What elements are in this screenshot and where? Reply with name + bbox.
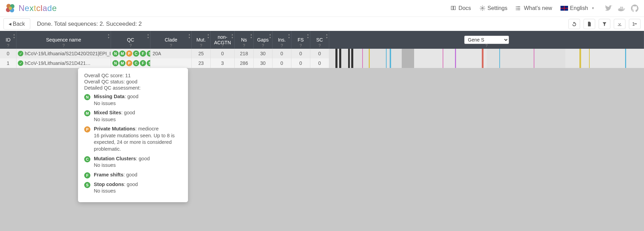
th-gaps[interactable]: Gaps?▴▾	[254, 31, 273, 49]
cell-nonacgtn: 0	[211, 49, 235, 58]
th-nonacgtn[interactable]: non-ACGTN?▴▾	[211, 31, 235, 49]
file-icon	[587, 21, 592, 27]
nav-whatsnew-label: What's new	[524, 5, 552, 11]
th-qc[interactable]: QC?▴▾	[111, 31, 151, 49]
status-text: Done. Total sequences: 2. Succeeded: 2	[37, 21, 568, 27]
cell-id: 1	[0, 58, 16, 68]
cell-ns: 218	[235, 49, 254, 58]
refresh-icon	[571, 21, 577, 27]
tree-button[interactable]	[629, 19, 641, 29]
th-ins[interactable]: Ins.?▴▾	[273, 31, 291, 49]
sort-icon: ▴▾	[108, 33, 109, 39]
th-name-label: Sequence name	[46, 37, 81, 43]
th-mut[interactable]: Mut.?▴▾	[192, 31, 211, 49]
sort-icon: ▴▾	[326, 33, 327, 39]
qc-badge-s[interactable]: S	[147, 60, 151, 66]
qc-badge-f[interactable]: F	[140, 60, 146, 66]
svg-point-4	[9, 7, 12, 10]
table-header: ID?▴▾ Sequence name?▴▾ QC?▴▾ Clade?▴▾ Mu…	[0, 31, 644, 49]
cell-sc: 0	[310, 58, 329, 68]
qc-badge-m[interactable]: M	[119, 60, 125, 66]
sort-icon: ▴▾	[307, 33, 309, 39]
cell-ns: 286	[235, 58, 254, 68]
th-ns-label: Ns	[241, 37, 247, 43]
cell-mut: 25	[192, 49, 211, 58]
svg-point-7	[516, 8, 517, 9]
brand-text: Nextclade	[19, 3, 57, 13]
cell-ins: 0	[273, 49, 291, 58]
chevron-left-icon: ◂	[9, 21, 11, 27]
seq-mark	[390, 58, 391, 68]
sort-icon: ▴▾	[208, 33, 209, 39]
cell-mut: 23	[192, 58, 211, 68]
nav-docs[interactable]: Docs	[450, 5, 471, 11]
cell-gaps: 30	[254, 49, 273, 58]
sort-icon: ▴▾	[13, 33, 15, 39]
back-button[interactable]: ◂ Back	[3, 18, 30, 30]
sort-icon: ▴▾	[189, 33, 190, 39]
seq-mark	[499, 58, 500, 68]
brand[interactable]: Nextclade	[5, 3, 57, 14]
table-row[interactable]: 1✓hCoV-19/Lithuania/S21D421…NMPCFS233286…	[0, 58, 644, 68]
nav-settings[interactable]: Settings	[479, 5, 508, 11]
toolbar	[568, 19, 641, 29]
qc-badge-m[interactable]: M	[119, 50, 125, 57]
qc-badge-n[interactable]: N	[112, 60, 119, 66]
th-mut-label: Mut.	[196, 37, 206, 43]
nav-language[interactable]: English ▼	[560, 5, 595, 11]
tree-icon	[632, 21, 637, 27]
qc-badge-c[interactable]: C	[133, 60, 139, 66]
gene-select[interactable]: Gene S	[464, 36, 509, 44]
nav-whatsnew[interactable]: What's new	[515, 5, 552, 11]
cell-viz	[329, 49, 644, 58]
qc-badge-s[interactable]: S	[147, 50, 151, 57]
logo-icon	[5, 3, 16, 14]
th-clade[interactable]: Clade?▴▾	[151, 31, 192, 49]
seq-mark	[362, 49, 363, 58]
sort-icon: ▴▾	[288, 33, 290, 39]
qc-badge-n[interactable]: N	[112, 50, 119, 57]
th-ns[interactable]: Ns?▴▾	[235, 31, 254, 49]
seq-mark	[499, 49, 500, 58]
nav-docs-label: Docs	[458, 5, 471, 11]
top-nav: Docs Settings What's new English ▼	[450, 4, 639, 13]
cell-id: 0	[0, 49, 16, 58]
seq-mark	[579, 58, 581, 68]
twitter-icon[interactable]	[604, 4, 613, 13]
seq-mark	[534, 49, 534, 58]
docker-icon[interactable]	[617, 4, 626, 13]
table-row[interactable]: 0✓hCoV-19/Lithuania/S21D420/2021|EPI_ISL…	[0, 49, 644, 58]
seq-mark	[443, 49, 444, 58]
sort-icon: ▴▾	[232, 33, 233, 39]
gear-icon	[479, 5, 486, 11]
seq-mark	[402, 58, 414, 68]
nav-language-label: English	[570, 5, 588, 11]
th-name[interactable]: Sequence name?▴▾	[16, 31, 111, 49]
nav-settings-label: Settings	[488, 5, 508, 11]
seq-mark	[386, 58, 387, 68]
qc-badge-c[interactable]: C	[133, 50, 139, 57]
seq-mark	[534, 58, 534, 68]
file-button[interactable]	[584, 19, 595, 29]
list-icon	[515, 5, 522, 11]
chevron-down-icon: ▼	[591, 7, 595, 10]
seq-mark	[335, 49, 337, 58]
qc-badge-p[interactable]: P	[126, 50, 132, 57]
status-bar: ◂ Back Done. Total sequences: 2. Succeed…	[0, 16, 644, 31]
refresh-button[interactable]	[568, 19, 580, 29]
seq-mark	[455, 49, 456, 58]
th-sc[interactable]: SC?▴▾	[310, 31, 329, 49]
th-fs[interactable]: FS?▴▾	[291, 31, 310, 49]
qc-badge-p[interactable]: P	[126, 60, 132, 66]
filter-button[interactable]	[599, 19, 610, 29]
qc-badge-f[interactable]: F	[140, 50, 146, 57]
svg-point-6	[516, 6, 517, 7]
seq-mark	[482, 49, 484, 58]
seq-mark	[348, 58, 350, 68]
download-button[interactable]	[614, 19, 625, 29]
github-icon[interactable]	[630, 4, 639, 13]
seq-mark	[579, 49, 581, 58]
seq-mark	[482, 58, 484, 68]
sort-icon: ▴▾	[251, 33, 252, 39]
th-id[interactable]: ID?▴▾	[0, 31, 16, 49]
